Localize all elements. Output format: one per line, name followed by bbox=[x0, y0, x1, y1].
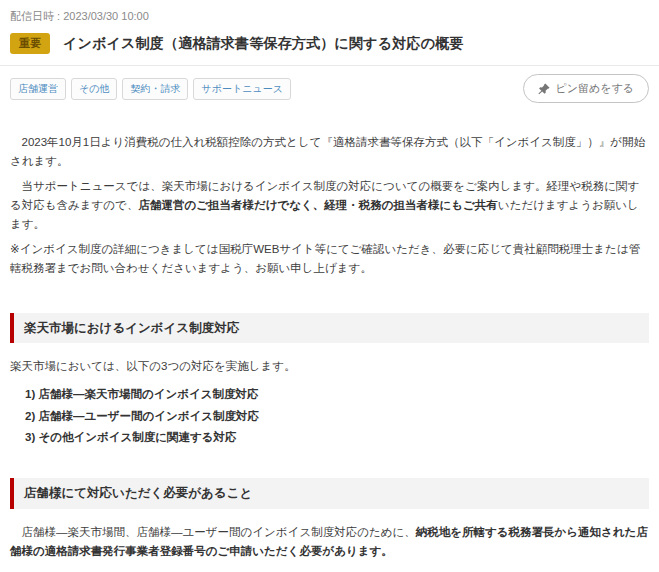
list-item: 3) その他インボイス制度に関連する対応 bbox=[25, 427, 649, 448]
intro-paragraph-1: 2023年10月1日より消費税の仕入れ税額控除の方式として『適格請求書等保存方式… bbox=[10, 133, 649, 171]
section2-lead: 店舗様―楽天市場間、店舗様―ユーザー間のインボイス制度対応のために、納税地を所轄… bbox=[10, 523, 649, 561]
important-badge: 重要 bbox=[10, 33, 50, 54]
pin-button[interactable]: ピン留めをする bbox=[523, 74, 649, 103]
tag-store-management[interactable]: 店舗運営 bbox=[10, 78, 66, 100]
support-news-article: 配信日時 : 2023/03/30 10:00 重要 インボイス制度（適格請求書… bbox=[0, 0, 659, 572]
meta-row: 店舗運営 その他 契約・請求 サポートニュース ピン留めをする bbox=[0, 66, 659, 109]
tag-other[interactable]: その他 bbox=[71, 78, 117, 100]
title-row: 重要 インボイス制度（適格請求書等保存方式）に関する対応の概要 bbox=[0, 24, 659, 66]
page-title: インボイス制度（適格請求書等保存方式）に関する対応の概要 bbox=[63, 35, 464, 53]
tag-contract-billing[interactable]: 契約・請求 bbox=[122, 78, 188, 100]
publish-date: 配信日時 : 2023/03/30 10:00 bbox=[0, 0, 659, 24]
tag-support-news[interactable]: サポートニュース bbox=[193, 78, 290, 100]
list-item: 1) 店舗様―楽天市場間のインボイス制度対応 bbox=[25, 384, 649, 405]
intro-paragraph-2: 当サポートニュースでは、楽天市場におけるインボイス制度の対応についての概要をご案… bbox=[10, 177, 649, 234]
section2-lead-text: 店舗様―楽天市場間、店舗様―ユーザー間のインボイス制度対応のために、 bbox=[10, 526, 416, 538]
tag-list: 店舗運営 その他 契約・請求 サポートニュース bbox=[10, 78, 291, 100]
intro-note: ※インボイス制度の詳細につきましては国税庁WEBサイト等にてご確認いただき、必要… bbox=[10, 240, 649, 278]
intro-p2-bold: 店舗運営のご担当者様だけでなく、経理・税務の担当者様にもご共有 bbox=[138, 199, 497, 211]
section-heading-rakuten-response: 楽天市場におけるインボイス制度対応 bbox=[10, 313, 649, 344]
section-heading-store-actions: 店舗様にて対応いただく必要があること bbox=[10, 478, 649, 509]
article-body: 2023年10月1日より消費税の仕入れ税額控除の方式として『適格請求書等保存方式… bbox=[0, 109, 659, 572]
list-item: 2) 店舗様―ユーザー間のインボイス制度対応 bbox=[25, 406, 649, 427]
response-list: 1) 店舗様―楽天市場間のインボイス制度対応 2) 店舗様―ユーザー間のインボイ… bbox=[10, 384, 649, 448]
pushpin-icon bbox=[538, 83, 550, 95]
section1-lead: 楽天市場においては、以下の3つの対応を実施します。 bbox=[10, 357, 649, 376]
pin-button-label: ピン留めをする bbox=[555, 81, 634, 96]
